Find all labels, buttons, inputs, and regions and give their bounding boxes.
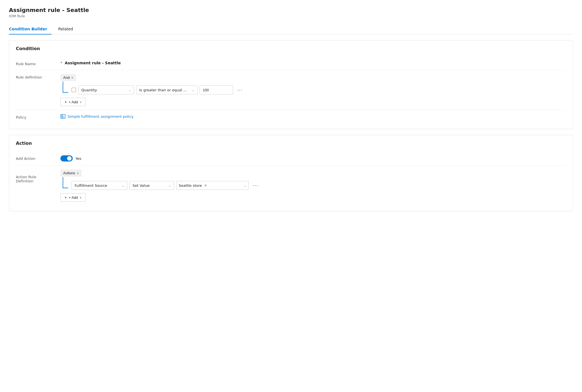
operator-dropdown[interactable]: Is greater than or equal ... ⌄: [136, 85, 197, 94]
actions-chevron-icon: ∨: [77, 171, 79, 175]
policy-row: Policy Simple fulfillment assignment pol…: [16, 110, 566, 123]
toggle-track: [60, 155, 73, 161]
fulfillment-source-dropdown[interactable]: Fulfillment Source ⌄: [72, 181, 127, 190]
action-rule-def-row: Action Rule Definition Actions ∨ Fulfill…: [16, 166, 566, 205]
action-tree: Fulfillment Source ⌄ Set Value ⌄ Seattle…: [60, 180, 566, 191]
policy-label: Policy: [16, 114, 60, 119]
page-subtitle: IOM Rule: [9, 14, 573, 18]
page-header: Assignment rule - Seattle IOM Rule: [9, 7, 573, 18]
quantity-chevron-icon: ⌄: [129, 89, 131, 92]
rule-definition-label: Rule definition: [16, 74, 60, 79]
condition-checkbox[interactable]: [72, 88, 76, 92]
and-dropdown[interactable]: And ∨: [60, 74, 76, 81]
plus-icon: +: [65, 100, 67, 104]
toggle-container: Yes: [60, 155, 566, 161]
tab-condition-builder[interactable]: Condition Builder: [9, 24, 52, 35]
action-row-items: Fulfillment Source ⌄ Set Value ⌄ Seattle…: [72, 181, 260, 190]
operator-chevron-icon: ⌄: [192, 89, 194, 92]
toggle-label: Yes: [75, 156, 81, 161]
required-star: *: [60, 61, 62, 65]
policy-link[interactable]: Simple fulfillment assignment policy: [60, 114, 134, 119]
seattle-store-tag-input[interactable]: Seattle store × ⌄: [176, 181, 249, 190]
action-add-button[interactable]: + + Add ∨: [60, 193, 86, 202]
condition-tree: Quantity ⌄ Is greater than or equal ... …: [60, 84, 566, 95]
action-rule-def-label: Action Rule Definition: [16, 170, 60, 183]
rule-name-row: Rule Name * Assignment rule - Seattle: [16, 57, 566, 70]
action-row: Fulfillment Source ⌄ Set Value ⌄ Seattle…: [63, 180, 566, 191]
quantity-dropdown[interactable]: Quantity ⌄: [78, 85, 134, 94]
fulfillment-chevron-icon: ⌄: [122, 184, 124, 187]
toggle[interactable]: [60, 155, 73, 161]
condition-section: Condition Rule Name * Assignment rule - …: [9, 40, 573, 129]
condition-section-title: Condition: [16, 46, 566, 51]
add-action-content: Yes: [60, 155, 566, 161]
set-value-chevron-icon: ⌄: [169, 184, 171, 187]
action-plus-icon: +: [65, 195, 67, 200]
rule-name-value: Assignment rule - Seattle: [65, 61, 121, 65]
add-action-label: Add Action: [16, 155, 60, 161]
page-title: Assignment rule - Seattle: [9, 7, 573, 13]
svg-rect-1: [62, 115, 63, 116]
add-chevron-icon: ∨: [80, 101, 82, 104]
tree-connector: [63, 82, 68, 93]
action-section: Action Add Action Yes Action Rule Defini…: [9, 135, 573, 211]
rule-definition-row: Rule definition And ∨ Quantity ⌄ Is grea…: [16, 70, 566, 110]
tabs-container: Condition Builder Related: [9, 24, 573, 35]
add-action-row: Add Action Yes: [16, 151, 566, 166]
tab-related[interactable]: Related: [58, 24, 77, 35]
tag-chevron-icon: ⌄: [244, 184, 246, 187]
action-more-options[interactable]: ···: [251, 182, 260, 189]
rule-name-content: * Assignment rule - Seattle: [60, 61, 566, 65]
action-rule-def-content: Actions ∨ Fulfillment Source ⌄ Set Value…: [60, 170, 566, 202]
action-section-title: Action: [16, 141, 566, 146]
action-add-chevron-icon: ∨: [80, 196, 82, 199]
condition-add-button[interactable]: + + Add ∨: [60, 98, 86, 106]
chevron-down-icon: ∨: [71, 76, 73, 79]
condition-row: Quantity ⌄ Is greater than or equal ... …: [63, 84, 566, 95]
set-value-dropdown[interactable]: Set Value ⌄: [129, 181, 174, 190]
action-tree-connector: [63, 177, 68, 188]
policy-content: Simple fulfillment assignment policy: [60, 114, 566, 119]
rule-name-label: Rule Name: [16, 61, 60, 66]
actions-dropdown[interactable]: Actions ∨: [60, 170, 82, 177]
seattle-store-tag: Seattle store: [179, 183, 202, 188]
toggle-thumb: [67, 156, 72, 161]
policy-icon: [60, 114, 65, 119]
rule-definition-content: And ∨ Quantity ⌄ Is greater than or equa…: [60, 74, 566, 106]
value-input[interactable]: [200, 85, 233, 94]
tag-close-icon[interactable]: ×: [204, 183, 207, 187]
condition-more-options[interactable]: ···: [235, 87, 244, 94]
